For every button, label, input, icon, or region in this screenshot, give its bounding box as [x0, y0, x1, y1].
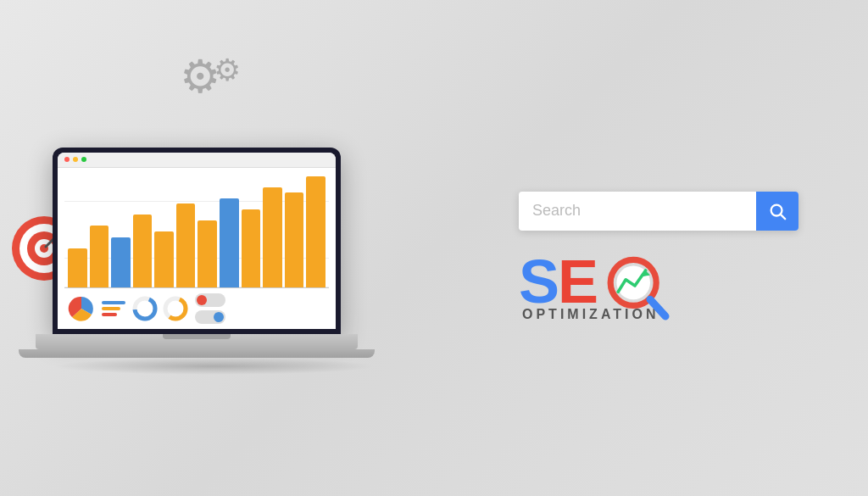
search-bar: Search [519, 192, 798, 231]
bar [154, 231, 174, 287]
small-gear-icon: ⚙ [214, 55, 241, 86]
donut-chart-1 [132, 296, 158, 321]
toggle-knob-2 [214, 312, 224, 322]
search-placeholder-text: Search [519, 202, 756, 220]
browser-bar [58, 153, 336, 168]
legend-orange [102, 307, 120, 310]
search-button[interactable] [756, 192, 798, 231]
bar [285, 192, 304, 287]
seo-text: S E [519, 248, 665, 315]
laptop-bottom-edge [19, 349, 375, 358]
svg-line-13 [781, 215, 785, 219]
left-section: ⚙ ⚙ [27, 45, 434, 452]
bar [90, 226, 109, 287]
close-dot [64, 157, 70, 162]
bar-chart [64, 173, 329, 288]
seo-block: S E [519, 248, 665, 315]
donut-chart-2 [163, 296, 188, 321]
minimize-dot [73, 157, 78, 162]
legend-blue [102, 301, 125, 304]
toggle-knob-1 [197, 295, 207, 305]
pie-chart-icon [68, 295, 95, 322]
legend-red [102, 313, 117, 316]
seo-letter-s: S [519, 251, 558, 312]
metrics-row [64, 293, 329, 324]
main-container: ⚙ ⚙ [27, 28, 841, 469]
bar [133, 215, 153, 287]
search-icon [768, 202, 787, 220]
bar [263, 187, 282, 287]
toggle-1[interactable] [195, 293, 225, 307]
laptop-screen [53, 148, 341, 334]
browser-content [58, 168, 336, 329]
laptop [53, 148, 409, 375]
browser-window [58, 153, 336, 329]
seo-letter-e: E [558, 251, 597, 312]
bar [111, 237, 131, 287]
bar [68, 248, 87, 287]
laptop-shadow [53, 358, 375, 375]
bar [198, 220, 217, 287]
gear-group: ⚙ ⚙ [180, 53, 241, 99]
laptop-hinge [163, 334, 231, 339]
right-section: Search S E [519, 175, 841, 322]
seo-o-magnifier [597, 248, 665, 315]
bar [176, 203, 196, 287]
bar [220, 198, 239, 287]
laptop-base [36, 334, 358, 349]
svg-line-15 [650, 299, 665, 316]
bar [242, 209, 261, 287]
toggle-group [195, 293, 225, 324]
bar [306, 176, 326, 287]
donut-charts [132, 296, 188, 321]
magnifier-icon [597, 248, 673, 324]
maximize-dot [81, 157, 86, 162]
chart-legend [102, 301, 125, 316]
toggle-2[interactable] [195, 310, 225, 324]
